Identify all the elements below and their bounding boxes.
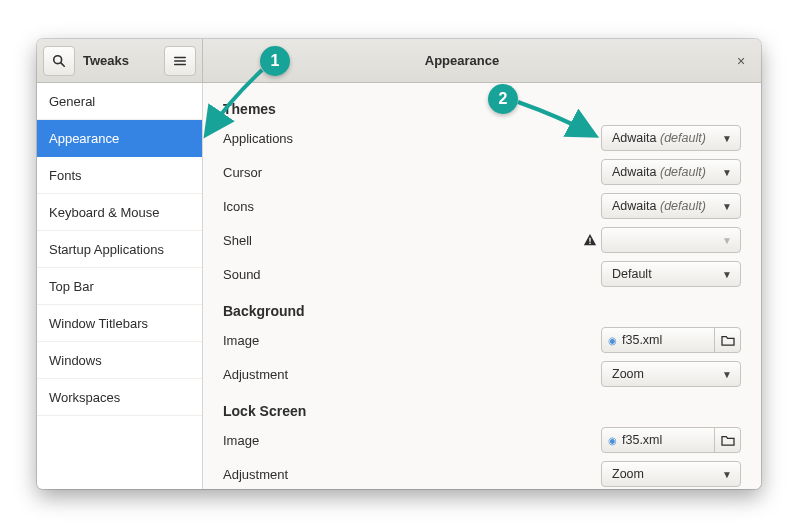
folder-open-icon[interactable] — [714, 328, 740, 352]
sidebar-item-label: Keyboard & Mouse — [49, 205, 160, 220]
headerbar-left: Tweaks — [37, 39, 203, 82]
row-applications: Applications Adwaita (default) ▼ — [223, 121, 741, 155]
sidebar-item-window-titlebars[interactable]: Window Titlebars — [37, 305, 202, 342]
app-title: Tweaks — [77, 53, 162, 68]
file-name: f35.xml — [622, 433, 714, 447]
section-title-themes: Themes — [223, 101, 741, 117]
row-label: Image — [223, 433, 579, 448]
chevron-down-icon: ▼ — [722, 133, 732, 144]
svg-rect-6 — [589, 243, 590, 244]
close-button[interactable]: × — [721, 53, 761, 69]
sidebar-item-label: Window Titlebars — [49, 316, 148, 331]
row-label: Sound — [223, 267, 579, 282]
sidebar-item-label: General — [49, 94, 95, 109]
chevron-down-icon: ▼ — [722, 235, 732, 246]
sound-theme-combo[interactable]: Default ▼ — [601, 261, 741, 287]
tweaks-window: Tweaks Appearance × General Appearance F… — [37, 39, 761, 489]
background-adjustment-combo[interactable]: Zoom ▼ — [601, 361, 741, 387]
sidebar-item-label: Workspaces — [49, 390, 120, 405]
search-button[interactable] — [43, 46, 75, 76]
shell-theme-combo: ▼ — [601, 227, 741, 253]
chevron-down-icon: ▼ — [722, 201, 732, 212]
icons-theme-combo[interactable]: Adwaita (default) ▼ — [601, 193, 741, 219]
combo-value: Adwaita (default) — [612, 131, 722, 145]
combo-value: Adwaita (default) — [612, 165, 722, 179]
annotation-badge-1: 1 — [260, 46, 290, 76]
folder-open-icon[interactable] — [714, 428, 740, 452]
lockscreen-adjustment-combo[interactable]: Zoom ▼ — [601, 461, 741, 487]
sidebar-item-startup-applications[interactable]: Startup Applications — [37, 231, 202, 268]
row-lockscreen-image: Image ◉ f35.xml — [223, 423, 741, 457]
row-label: Applications — [223, 131, 579, 146]
applications-theme-combo[interactable]: Adwaita (default) ▼ — [601, 125, 741, 151]
combo-value: Zoom — [612, 467, 722, 481]
sidebar-item-label: Fonts — [49, 168, 82, 183]
menu-button[interactable] — [164, 46, 196, 76]
chevron-down-icon: ▼ — [722, 167, 732, 178]
sidebar-item-general[interactable]: General — [37, 83, 202, 120]
sidebar-item-fonts[interactable]: Fonts — [37, 157, 202, 194]
window-body: General Appearance Fonts Keyboard & Mous… — [37, 83, 761, 489]
sidebar-item-label: Top Bar — [49, 279, 94, 294]
sidebar: General Appearance Fonts Keyboard & Mous… — [37, 83, 203, 489]
sidebar-item-appearance[interactable]: Appearance — [37, 120, 202, 157]
row-shell: Shell ▼ — [223, 223, 741, 257]
sidebar-item-label: Windows — [49, 353, 102, 368]
file-icon: ◉ — [602, 335, 622, 346]
svg-line-1 — [61, 62, 64, 65]
section-title-background: Background — [223, 303, 741, 319]
combo-value: Adwaita (default) — [612, 199, 722, 213]
sidebar-item-keyboard-mouse[interactable]: Keyboard & Mouse — [37, 194, 202, 231]
warning-icon — [579, 233, 601, 247]
hamburger-icon — [173, 54, 187, 68]
chevron-down-icon: ▼ — [722, 469, 732, 480]
row-lockscreen-adjustment: Adjustment Zoom ▼ — [223, 457, 741, 489]
row-label: Shell — [223, 233, 579, 248]
file-name: f35.xml — [622, 333, 714, 347]
annotation-badge-2: 2 — [488, 84, 518, 114]
row-label: Image — [223, 333, 579, 348]
row-icons: Icons Adwaita (default) ▼ — [223, 189, 741, 223]
row-sound: Sound Default ▼ — [223, 257, 741, 291]
row-background-image: Image ◉ f35.xml — [223, 323, 741, 357]
search-icon — [52, 54, 66, 68]
sidebar-item-label: Startup Applications — [49, 242, 164, 257]
row-label: Icons — [223, 199, 579, 214]
row-label: Cursor — [223, 165, 579, 180]
sidebar-item-workspaces[interactable]: Workspaces — [37, 379, 202, 416]
chevron-down-icon: ▼ — [722, 269, 732, 280]
lockscreen-image-chooser[interactable]: ◉ f35.xml — [601, 427, 741, 453]
close-icon: × — [737, 53, 745, 69]
file-icon: ◉ — [602, 435, 622, 446]
row-label: Adjustment — [223, 367, 579, 382]
sidebar-item-top-bar[interactable]: Top Bar — [37, 268, 202, 305]
chevron-down-icon: ▼ — [722, 369, 732, 380]
combo-value: Default — [612, 267, 722, 281]
combo-value: Zoom — [612, 367, 722, 381]
sidebar-item-label: Appearance — [49, 131, 119, 146]
row-background-adjustment: Adjustment Zoom ▼ — [223, 357, 741, 391]
headerbar: Tweaks Appearance × — [37, 39, 761, 83]
content-pane: Themes Applications Adwaita (default) ▼ … — [203, 83, 761, 489]
svg-rect-5 — [589, 238, 590, 242]
cursor-theme-combo[interactable]: Adwaita (default) ▼ — [601, 159, 741, 185]
sidebar-item-windows[interactable]: Windows — [37, 342, 202, 379]
row-cursor: Cursor Adwaita (default) ▼ — [223, 155, 741, 189]
section-title-lockscreen: Lock Screen — [223, 403, 741, 419]
row-label: Adjustment — [223, 467, 579, 482]
background-image-chooser[interactable]: ◉ f35.xml — [601, 327, 741, 353]
